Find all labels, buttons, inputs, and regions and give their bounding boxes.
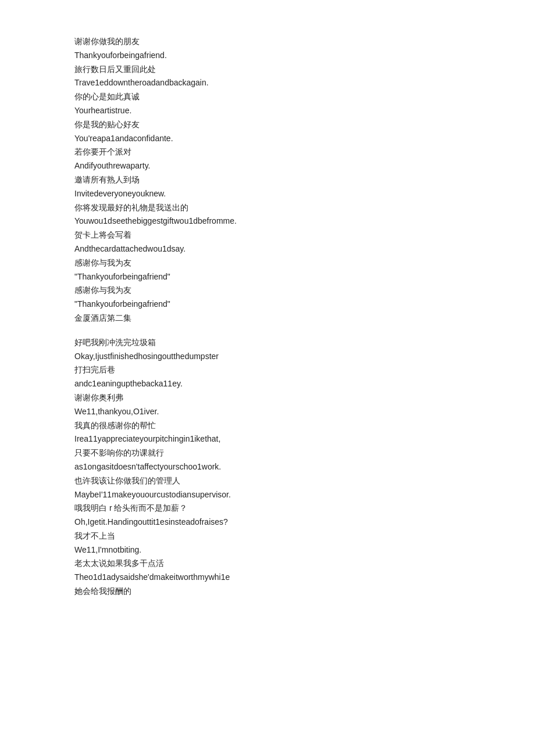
line-en-2: Yourheartistrue. [74,104,461,118]
line-zh-21: 她会给我报酬的 [74,585,461,599]
line-zh-5: 邀请所有熟人到场 [74,173,461,187]
line-en-18: Oh,Igetit.Handingouttit1esinsteadofraise… [74,515,461,529]
line-zh-4: 若你要开个派对 [74,145,461,159]
line-zh-9: 感谢你与我为友 [74,284,461,298]
line-zh-19: 我才不上当 [74,529,461,543]
line-zh-18: 哦我明白 r 给头衔而不是加薪？ [74,501,461,515]
line-zh-1: 旅行数日后又重回此处 [74,63,461,77]
line-zh-16: 只要不影响你的功课就行 [74,446,461,460]
line-en-4: Andifyouthrewaparty. [74,159,461,173]
line-en-16: as1ongasitdoesn'taffectyourschoo1work. [74,460,461,474]
line-en-19: We11,I'mnotbiting. [74,543,461,557]
line-zh-15: 我真的很感谢你的帮忙 [74,419,461,433]
line-en-15: Irea11yappreciateyourpitchingin1ikethat, [74,432,461,446]
line-zh-0: 谢谢你做我的朋友 [74,35,461,49]
line-zh-12: 好吧我刚冲洗完垃圾箱 [74,336,461,350]
line-en-5: Invitedeveryoneyouknew. [74,187,461,201]
line-en-20: Theo1d1adysaidshe'dmakeitworthmywhi1e [74,571,461,585]
line-en-1: Trave1eddowntheroadandbackagain. [74,76,461,90]
line-en-9: "Thankyouforbeingafriend" [74,298,461,311]
line-zh-20: 老太太说如果我多干点活 [74,557,461,571]
line-en-17: MaybeI'11makeyouourcustodiansupervisor. [74,488,461,502]
main-content: 谢谢你做我的朋友Thankyouforbeingafriend.旅行数日后又重回… [74,35,461,599]
line-zh-8: 感谢你与我为友 [74,256,461,270]
line-zh-7: 贺卡上将会写着 [74,228,461,242]
line-en-12: Okay,Ijustfinishedhosingoutthedumpster [74,350,461,364]
line-zh-17: 也许我该让你做我们的管理人 [74,474,461,488]
line-en-13: andc1eaningupthebacka11ey. [74,377,461,391]
line-zh-6: 你将发现最好的礼物是我送出的 [74,201,461,215]
line-zh-3: 你是我的贴心好友 [74,118,461,132]
spacer-11 [74,325,461,336]
line-zh-13: 打扫完后巷 [74,363,461,377]
line-en-3: You'reapa1andaconfidante. [74,132,461,146]
line-en-0: Thankyouforbeingafriend. [74,49,461,63]
line-zh-2: 你的心是如此真诚 [74,90,461,104]
line-en-8: "Thankyouforbeingafriend" [74,270,461,284]
line-en-6: Youwou1dseethebiggestgiftwou1dbefromme. [74,214,461,228]
line-en-14: We11,thankyou,O1iver. [74,405,461,419]
line-en-7: Andthecardattachedwou1dsay. [74,242,461,256]
line-zh-14: 谢谢你奥利弗 [74,391,461,405]
line-zh-10: 金厦酒店第二集 [74,311,461,325]
